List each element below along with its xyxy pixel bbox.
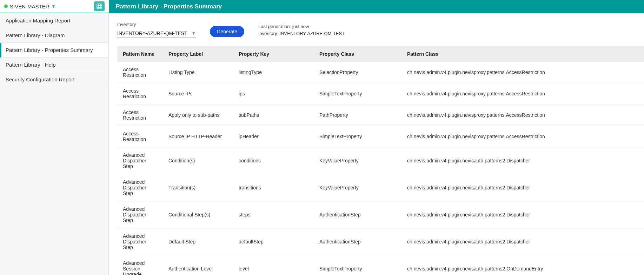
cell-pattern-class: ch.nevis.admin.v4.plugin.nevisproxy.patt… [401,105,644,126]
cell-pattern-class: ch.nevis.admin.v4.plugin.nevisauth.patte… [401,147,644,174]
generate-button[interactable]: Generate [210,26,244,37]
inventory-info-text: Inventory: INVENTORY-AZURE-QM-TEST [258,30,345,37]
cell-pattern-name: Advanced Dispatcher Step [117,201,163,228]
grid-view-button[interactable] [94,1,105,11]
cell-pattern-name: Advanced Dispatcher Step [117,147,163,174]
topbar-right: Pattern Library - Properties Summary [109,0,644,13]
sidebar-item-label: Security Configuration Report [6,76,75,82]
sidebar-item-label: Pattern Library - Properties Summary [6,47,93,53]
cell-pattern-class: ch.nevis.admin.v4.plugin.nevisauth.patte… [401,228,644,255]
sidebar-item-label: Pattern Library - Diagram [6,32,65,38]
sidebar-item-diagram[interactable]: Pattern Library - Diagram [0,28,108,43]
table-row[interactable]: Advanced Dispatcher StepConditional Step… [117,201,644,228]
sidebar-item-properties-summary[interactable]: Pattern Library - Properties Summary [0,43,108,58]
grid-icon [97,4,102,9]
cell-property-label: Source IPs [163,83,233,105]
controls: Inventory INVENTORY-AZURE-QM-TEST ▼ Gene… [117,22,644,46]
cell-property-label: Listing Type [163,62,233,83]
cell-property-class: SimpleTextProperty [314,126,401,147]
cell-property-key: conditions [233,147,314,174]
cell-pattern-name: Access Restriction [117,126,163,147]
cell-property-class: SimpleTextProperty [314,83,401,105]
cell-pattern-class: ch.nevis.admin.v4.plugin.nevisproxy.patt… [401,126,644,147]
last-generation-text: Last generation: just now [258,23,345,30]
sidebar: Application Mapping Report Pattern Libra… [0,13,109,275]
cell-property-key: ips [233,83,314,105]
cell-pattern-class: ch.nevis.admin.v4.plugin.nevisauth.patte… [401,174,644,201]
generation-info: Last generation: just now Inventory: INV… [258,23,345,37]
th-pattern-class[interactable]: Pattern Class [401,46,644,62]
svg-rect-0 [97,4,102,9]
inventory-value: INVENTORY-AZURE-QM-TEST [117,31,187,36]
cell-pattern-class: ch.nevis.admin.v4.plugin.nevisproxy.patt… [401,62,644,83]
cell-property-label: Transition(s) [163,174,233,201]
sidebar-item-label: Pattern Library - Help [6,62,56,68]
sidebar-item-help[interactable]: Pattern Library - Help [0,58,108,72]
table-row[interactable]: Advanced Session UpgradeAuthentication L… [117,255,644,275]
page-title: Pattern Library - Properties Summary [116,3,222,10]
cell-property-class: KeyValueProperty [314,147,401,174]
project-selector[interactable]: SIVEN-MASTER ▼ [4,4,55,9]
cell-property-key: level [233,255,314,275]
sidebar-item-label: Application Mapping Report [6,18,70,24]
properties-table: Pattern Name Property Label Property Key… [117,46,644,275]
status-dot-icon [4,5,8,8]
inventory-label: Inventory [117,22,196,27]
cell-property-class: SimpleTextProperty [314,255,401,275]
cell-pattern-class: ch.nevis.admin.v4.plugin.nevisauth.patte… [401,201,644,228]
chevron-down-icon: ▼ [192,31,196,36]
table-header-row: Pattern Name Property Label Property Key… [117,46,644,62]
cell-pattern-name: Advanced Dispatcher Step [117,228,163,255]
cell-property-class: PathProperty [314,105,401,126]
cell-property-label: Conditional Step(s) [163,201,233,228]
cell-property-class: KeyValueProperty [314,174,401,201]
inventory-block: Inventory INVENTORY-AZURE-QM-TEST ▼ [117,22,196,38]
cell-property-key: listingType [233,62,314,83]
table-row[interactable]: Access RestrictionSource IP HTTP-Headeri… [117,126,644,147]
table-row[interactable]: Advanced Dispatcher StepCondition(s)cond… [117,147,644,174]
cell-property-key: steps [233,201,314,228]
topbar-left: SIVEN-MASTER ▼ [0,0,109,13]
cell-property-class: SelectionProperty [314,62,401,83]
cell-pattern-name: Advanced Dispatcher Step [117,174,163,201]
table-row[interactable]: Advanced Dispatcher StepDefault Stepdefa… [117,228,644,255]
sidebar-item-app-mapping[interactable]: Application Mapping Report [0,13,108,28]
table-row[interactable]: Access RestrictionListing TypelistingTyp… [117,62,644,83]
table-row[interactable]: Advanced Dispatcher StepTransition(s)tra… [117,174,644,201]
cell-pattern-name: Access Restriction [117,105,163,126]
cell-property-label: Authentication Level [163,255,233,275]
cell-pattern-class: ch.nevis.admin.v4.plugin.nevisproxy.patt… [401,83,644,105]
cell-property-class: AuthenticationStep [314,228,401,255]
table-row[interactable]: Access RestrictionApply only to sub-path… [117,105,644,126]
cell-property-key: transitions [233,174,314,201]
content: Inventory INVENTORY-AZURE-QM-TEST ▼ Gene… [109,13,644,275]
chevron-down-icon: ▼ [52,4,56,9]
cell-property-label: Condition(s) [163,147,233,174]
project-name: SIVEN-MASTER [10,4,49,9]
topbar: SIVEN-MASTER ▼ Pattern Library - Propert… [0,0,644,13]
cell-property-label: Apply only to sub-paths [163,105,233,126]
table-row[interactable]: Access RestrictionSource IPsipsSimpleTex… [117,83,644,105]
cell-property-key: defaultStep [233,228,314,255]
sidebar-item-security-config[interactable]: Security Configuration Report [0,72,108,87]
th-pattern-name[interactable]: Pattern Name [117,46,163,62]
cell-pattern-class: ch.nevis.admin.v4.plugin.nevisauth.patte… [401,255,644,275]
cell-pattern-name: Access Restriction [117,62,163,83]
cell-property-key: ipHeader [233,126,314,147]
cell-pattern-name: Advanced Session Upgrade [117,255,163,275]
cell-pattern-name: Access Restriction [117,83,163,105]
cell-property-key: subPaths [233,105,314,126]
cell-property-class: AuthenticationStep [314,201,401,228]
th-property-class[interactable]: Property Class [314,46,401,62]
inventory-select[interactable]: INVENTORY-AZURE-QM-TEST ▼ [117,29,196,38]
cell-property-label: Default Step [163,228,233,255]
th-property-label[interactable]: Property Label [163,46,233,62]
cell-property-label: Source IP HTTP-Header [163,126,233,147]
th-property-key[interactable]: Property Key [233,46,314,62]
